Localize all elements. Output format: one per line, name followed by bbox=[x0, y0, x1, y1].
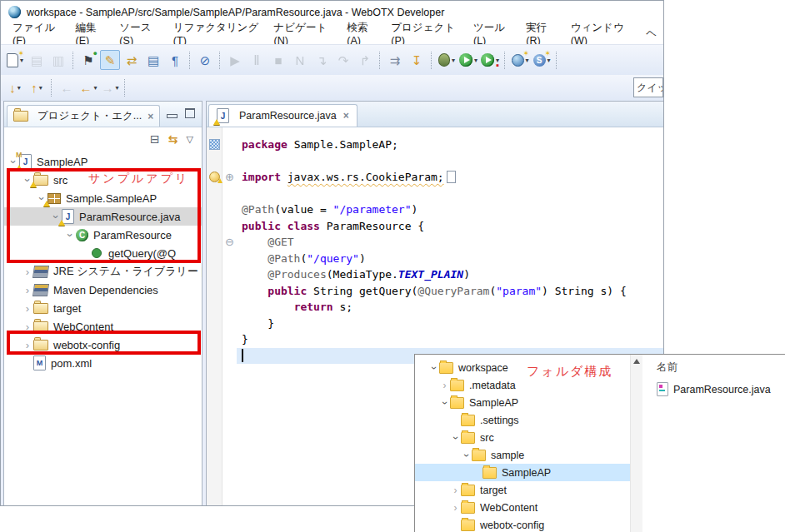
fold-collapse-icon[interactable]: ⊖ bbox=[222, 234, 237, 251]
link-with-editor-icon[interactable]: ⇆ bbox=[168, 133, 178, 145]
show-instructions-button[interactable]: ⇉ bbox=[385, 50, 405, 70]
column-header-name[interactable]: 名前 bbox=[657, 360, 785, 375]
chevron-expanded-icon[interactable]: › bbox=[461, 450, 472, 460]
back-button[interactable]: ←▾ bbox=[78, 78, 98, 98]
tree-item[interactable]: ›Mpom.xml bbox=[4, 354, 202, 372]
close-icon[interactable]: × bbox=[343, 110, 349, 122]
run-external-button[interactable]: ▪▾ bbox=[480, 50, 500, 70]
java-editor-button[interactable]: ⇄ bbox=[122, 50, 142, 70]
folder-tree-item[interactable]: ›src bbox=[415, 429, 630, 446]
chevron-collapsed-icon[interactable]: › bbox=[450, 502, 461, 514]
menu-item-10[interactable]: ヘ bbox=[639, 24, 663, 43]
code-line[interactable]: public String getQuery(@QueryParam("para… bbox=[237, 283, 663, 300]
view-menu-icon[interactable]: ▽ bbox=[187, 135, 193, 144]
dropdown-icon[interactable]: ▾ bbox=[93, 84, 97, 92]
quick-access-box[interactable]: クイッ bbox=[633, 77, 663, 97]
tree-item[interactable]: ›JRE システム・ライブラリー [Jav bbox=[4, 262, 202, 281]
new-service-button[interactable]: S✶▾ bbox=[532, 50, 552, 70]
code-line[interactable]: } bbox=[237, 316, 663, 332]
step-over-button[interactable]: ↷ bbox=[333, 50, 353, 70]
step-into-button[interactable]: ↴ bbox=[312, 50, 332, 70]
folder-tree-item[interactable]: ›.settings bbox=[415, 411, 630, 429]
code-line[interactable]: } bbox=[237, 331, 663, 348]
highlight-button[interactable]: ✎ bbox=[100, 50, 120, 70]
debug-button[interactable]: ▾ bbox=[437, 50, 457, 70]
pin-editor-button[interactable]: ⊘ bbox=[195, 50, 215, 70]
tab-paramresource-java[interactable]: J ParamResource.java × bbox=[208, 104, 358, 127]
outline-button[interactable]: ▤ bbox=[143, 50, 163, 70]
terminate-button[interactable]: ■ bbox=[268, 50, 288, 70]
code-line[interactable]: @Produces(MediaType.TEXT_PLAIN) bbox=[237, 266, 663, 283]
open-type-button[interactable]: ⚑● bbox=[78, 50, 98, 70]
dropdown-icon[interactable]: ▾ bbox=[115, 84, 118, 92]
run-button[interactable]: ▾ bbox=[458, 50, 478, 70]
pin-editor-icon: ⊘ bbox=[200, 54, 211, 67]
chevron-expanded-icon[interactable]: › bbox=[450, 432, 462, 443]
code-line[interactable]: @Path("/query") bbox=[237, 251, 663, 267]
chevron-collapsed-icon[interactable]: › bbox=[450, 485, 461, 496]
tree-item[interactable]: ›Maven Dependencies bbox=[4, 281, 202, 299]
dropdown-icon[interactable]: ▾ bbox=[39, 84, 42, 92]
chevron-collapsed-icon[interactable]: › bbox=[22, 266, 33, 278]
chevron-collapsed-icon[interactable]: › bbox=[22, 284, 33, 296]
outline-icon: ▤ bbox=[148, 54, 159, 67]
resume-button[interactable]: ▶ bbox=[225, 50, 245, 70]
pilcrow-button[interactable]: ¶ bbox=[165, 50, 185, 70]
folder-tree-item[interactable]: ›sample bbox=[415, 446, 630, 464]
forward-button[interactable]: →▾ bbox=[100, 78, 120, 98]
folder-tree-item[interactable]: ›SampleAP bbox=[415, 464, 630, 481]
tree-item-label: target bbox=[53, 302, 81, 315]
folder-tree-item[interactable]: ›SampleAP bbox=[415, 394, 630, 411]
dropdown-icon[interactable]: ▾ bbox=[474, 57, 478, 64]
scroll-up-icon[interactable] bbox=[633, 359, 640, 364]
code-token: "/parameter" bbox=[333, 203, 412, 216]
code-line[interactable]: return s; bbox=[237, 299, 663, 316]
disconnect-button[interactable]: N bbox=[290, 50, 310, 70]
folder-tree-item[interactable]: ›webotx-config bbox=[415, 516, 630, 532]
code-line[interactable]: @Path(value = "/parameter") bbox=[237, 201, 663, 218]
close-icon[interactable]: × bbox=[148, 111, 153, 122]
minimize-icon[interactable] bbox=[167, 114, 178, 118]
tree-item[interactable]: ›target bbox=[4, 299, 202, 317]
ruler-cell bbox=[207, 348, 222, 365]
folder-label: workspace bbox=[458, 362, 508, 374]
step-filters-button[interactable]: ↧ bbox=[407, 50, 427, 70]
back-history-small-button[interactable]: ← bbox=[57, 78, 77, 98]
new-wizard-button[interactable]: ✶▾ bbox=[5, 50, 25, 70]
fold-expand-icon[interactable]: ⊕ bbox=[222, 169, 237, 186]
previous-edit-location-button[interactable]: ↑▾ bbox=[27, 78, 47, 98]
code-line[interactable]: package Sample.SampleAP; bbox=[237, 137, 663, 153]
tab-project-explorer[interactable]: プロジェクト・エク... × bbox=[7, 105, 160, 127]
code-line[interactable]: @GET bbox=[237, 234, 663, 251]
collapse-all-icon[interactable]: ⊟ bbox=[150, 133, 160, 145]
pause-button[interactable]: Ⅱ bbox=[247, 50, 267, 70]
new-web-project-button[interactable]: ✶▾ bbox=[510, 50, 530, 70]
save-button[interactable]: ▤ bbox=[27, 50, 47, 70]
menu-bar: ファイル(F)編集(E)ソース(S)リファクタリング(T)ナビゲート(N)検索(… bbox=[1, 23, 663, 44]
maximize-icon[interactable] bbox=[185, 108, 195, 118]
folder-tree-item[interactable]: ›WebContent bbox=[415, 499, 630, 516]
code-token: @Path bbox=[242, 203, 274, 216]
code-line[interactable] bbox=[237, 153, 663, 170]
chevron-expanded-icon[interactable]: › bbox=[439, 397, 451, 408]
code-line[interactable]: import javax.ws.rs.CookieParam; bbox=[237, 169, 663, 186]
code-token: ParamResource { bbox=[327, 220, 424, 232]
quickfix-warning-icon[interactable] bbox=[209, 172, 220, 182]
dropdown-icon[interactable]: ▾ bbox=[452, 57, 455, 64]
step-return-button[interactable]: ↱ bbox=[355, 50, 375, 70]
dropdown-icon[interactable]: ▾ bbox=[18, 84, 21, 92]
code-token bbox=[242, 236, 268, 248]
code-line[interactable]: public class ParamResource { bbox=[237, 218, 663, 235]
save-all-button[interactable]: ▥ bbox=[48, 50, 68, 70]
scrollbar[interactable] bbox=[630, 355, 642, 532]
file-list-item[interactable]: ParamResource.java bbox=[657, 382, 785, 396]
chevron-collapsed-icon[interactable]: › bbox=[22, 302, 33, 315]
code-line[interactable] bbox=[237, 186, 663, 202]
folder-tree-item[interactable]: ›target bbox=[415, 481, 630, 499]
step-return-icon: ↱ bbox=[360, 54, 371, 67]
folder-label: SampleAP bbox=[469, 397, 518, 409]
chevron-expanded-icon[interactable]: › bbox=[428, 362, 440, 373]
collapsed-region-icon[interactable] bbox=[447, 171, 456, 183]
chevron-collapsed-icon[interactable]: › bbox=[439, 380, 450, 391]
last-edit-location-button[interactable]: ↓▾ bbox=[5, 78, 25, 98]
